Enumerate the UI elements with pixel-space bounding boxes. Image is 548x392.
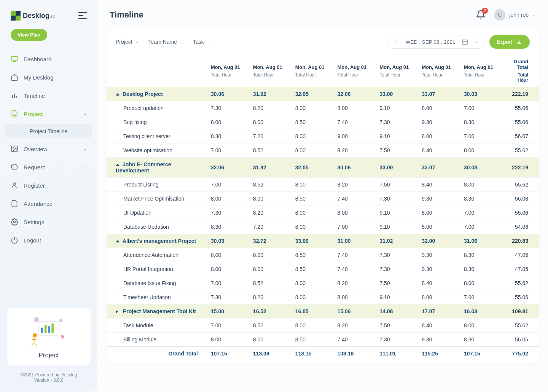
file-icon — [11, 110, 18, 118]
sidebar-item-logout[interactable]: Logout — [0, 231, 97, 249]
sidebar-item-register[interactable]: Register — [0, 176, 97, 194]
svg-rect-15 — [45, 325, 47, 333]
brand-suffix: .io — [49, 13, 56, 19]
task-row: Product Listing7.008.528.008.207.508.408… — [107, 178, 539, 192]
svg-rect-21 — [462, 40, 468, 45]
notifications-button[interactable]: 2 — [476, 10, 486, 20]
filter-task[interactable]: Task⌄ — [193, 39, 210, 45]
sidebar-item-label: Attendance — [24, 201, 53, 207]
svg-rect-4 — [14, 94, 15, 98]
timeline-table: Mon, Aug 01Total Hour Mon, Aug 01Total H… — [107, 55, 539, 360]
col-header: Mon, Aug 01Total Hour — [248, 55, 290, 87]
svg-point-19 — [59, 319, 63, 322]
chevron-down-icon: ⌄ — [83, 164, 87, 170]
caret-right-icon — [116, 310, 120, 314]
sidebar-item-request[interactable]: Request⌄ — [0, 158, 97, 176]
svg-rect-5 — [16, 96, 17, 98]
section-row[interactable]: John E- Commerce Development32.0631.9232… — [107, 158, 539, 178]
sidebar-item-overview[interactable]: Overview⌄ — [0, 140, 97, 158]
sidebar-item-timeline[interactable]: Timeline — [0, 86, 97, 105]
notification-badge: 2 — [482, 8, 488, 14]
brand-name: Desklog — [23, 12, 49, 19]
sidebar-item-label: Settings — [24, 219, 44, 225]
task-row: Website optimisation7.008.528.008.207.50… — [107, 143, 539, 158]
task-row: Testing client server8.307.208.009.009.1… — [107, 129, 539, 143]
sidebar-item-label: Timeline — [24, 92, 45, 99]
svg-point-9 — [13, 147, 14, 148]
promo-card: Project — [7, 308, 91, 365]
sidebar-subitem-project-timeline[interactable]: Project Timeline — [5, 124, 92, 138]
logo: Desklog.io — [11, 11, 56, 21]
next-day-button[interactable]: › — [472, 38, 481, 46]
sidebar-item-dashboard[interactable]: Dashboard — [0, 50, 97, 68]
chart-icon — [11, 92, 18, 99]
avatar: U — [494, 9, 505, 21]
svg-rect-14 — [41, 328, 43, 333]
footer-version: Version - 3.0.0 — [2, 378, 95, 383]
promo-illustration-icon — [28, 314, 70, 349]
task-row: UI Updation7.308.208.008.009.108.007.005… — [107, 206, 539, 220]
chevron-down-icon: ⌄ — [532, 13, 536, 18]
current-date: WED , SEP 08 , 2021 — [403, 39, 457, 45]
export-button[interactable]: Export — [489, 35, 530, 49]
view-plan-button[interactable]: View Plan — [11, 29, 47, 41]
chevron-down-icon: ⌄ — [207, 40, 210, 44]
sidebar-item-my-desklog[interactable]: My Desklog — [0, 68, 97, 86]
main: Timeline 2 U john rob ⌄ Project⌄ Team Na… — [97, 0, 548, 392]
sidebar: Desklog.io View Plan Dashboard My Desklo… — [0, 0, 97, 392]
calendar-icon[interactable] — [462, 38, 468, 45]
section-row[interactable]: Project Management Tool Kit15.0016.5216.… — [107, 304, 539, 319]
caret-up-icon — [116, 164, 119, 166]
nav: Dashboard My Desklog Timeline Project⌄ P… — [0, 48, 97, 304]
col-header: Mon, Aug 01Total Hour — [290, 55, 332, 87]
filter-project[interactable]: Project⌄ — [116, 39, 139, 45]
sidebar-item-settings[interactable]: Settings — [0, 213, 97, 231]
task-row: Task Module7.008.528.008.207.508.408.005… — [107, 319, 539, 333]
menu-toggle-icon[interactable] — [78, 12, 87, 19]
sidebar-item-attendance[interactable]: Attendance — [0, 194, 97, 213]
date-navigator: ‹ WED , SEP 08 , 2021 › — [387, 35, 484, 49]
power-icon — [11, 236, 18, 244]
prev-day-button[interactable]: ‹ — [391, 38, 400, 46]
sidebar-item-label: Logout — [24, 237, 41, 244]
task-row: Timesheet Updation7.308.208.008.009.108.… — [107, 290, 539, 304]
task-row: Database Updation8.307.208.007.009.108.0… — [107, 220, 539, 234]
svg-point-18 — [34, 317, 39, 322]
image-icon — [11, 145, 18, 153]
footer-copyright: ©2021 Powered by Desklog — [2, 372, 95, 378]
section-row[interactable]: Albert's management Project30.0332.7233.… — [107, 234, 539, 248]
task-row: Billing Module8.008.008.507.407.309.308.… — [107, 333, 539, 347]
filter-team[interactable]: Team Name⌄ — [148, 39, 183, 45]
svg-rect-17 — [51, 323, 54, 333]
col-header-grand-total: Grand TotalTotal Hour — [501, 55, 539, 87]
col-header: Mon, Aug 01Total Hour — [206, 55, 248, 87]
sidebar-item-label: Request — [24, 164, 45, 171]
caret-up-icon — [116, 93, 119, 96]
sidebar-item-project[interactable]: Project⌄ — [0, 105, 97, 123]
svg-rect-0 — [12, 56, 18, 60]
task-row: HR Portal Integration8.008.008.507.407.3… — [107, 262, 539, 276]
col-header: Mon, Aug 01Total Hour — [459, 55, 501, 87]
monitor-icon — [11, 55, 18, 63]
chevron-down-icon: ⌄ — [83, 146, 87, 151]
sidebar-item-label: Overview — [24, 146, 48, 152]
grand-total-row: Grand Total107.15113.08113.15108.18111.0… — [107, 347, 539, 361]
section-row[interactable]: Desklog Project30.0631.9232.0532.0633.00… — [107, 87, 539, 101]
task-row: Bug fixing8.008.008.507.407.309.308.3055… — [107, 115, 539, 129]
chevron-down-icon: ⌄ — [83, 111, 87, 116]
history-icon — [11, 163, 18, 171]
sidebar-item-label: Dashboard — [24, 56, 51, 62]
home-icon — [11, 73, 18, 81]
col-header: Mon, Aug 01Total Hour — [332, 55, 374, 87]
svg-point-11 — [14, 221, 16, 223]
col-header: Mon, Aug 01Total Hour — [374, 55, 416, 87]
svg-point-10 — [13, 183, 16, 185]
footer: ©2021 Powered by Desklog Version - 3.0.0 — [0, 370, 97, 385]
page-title: Timeline — [110, 10, 143, 20]
svg-rect-16 — [48, 326, 50, 333]
user-menu[interactable]: U john rob ⌄ — [494, 9, 536, 21]
caret-up-icon — [116, 240, 119, 242]
sidebar-item-label: Project — [24, 111, 43, 117]
user-name: john rob — [509, 12, 529, 18]
chevron-down-icon: ⌄ — [180, 40, 183, 44]
